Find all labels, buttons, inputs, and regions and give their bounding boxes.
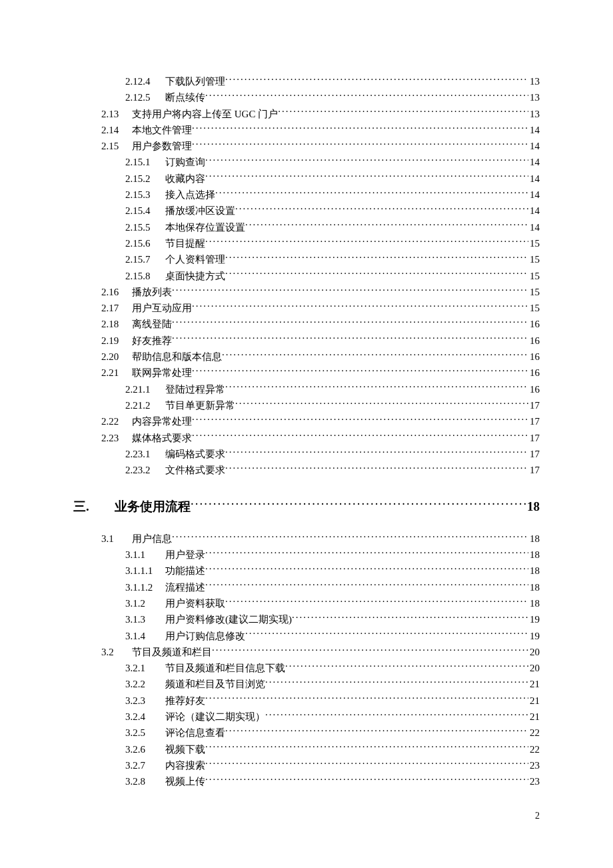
toc-entry[interactable]: 2.16播放列表15 <box>73 284 540 300</box>
toc-entry-title: 功能描述 <box>165 563 205 579</box>
toc-leader-dots <box>235 399 528 409</box>
toc-leader-dots <box>285 661 528 671</box>
toc-entry-number: 2.14 <box>101 122 125 138</box>
toc-entry-page: 16 <box>528 316 540 332</box>
toc-entry-number: 2.15.1 <box>125 154 159 170</box>
toc-entry-page: 14 <box>528 138 540 154</box>
toc-entry[interactable]: 2.21.1登陆过程异常16 <box>73 381 540 397</box>
toc-entry[interactable]: 2.12.4下载队列管理13 <box>73 73 540 89</box>
toc-entry[interactable]: 3.2.6视频下载22 <box>73 741 540 757</box>
toc-entry[interactable]: 3.1.1.2流程描述18 <box>73 579 540 595</box>
toc-entry[interactable]: 2.20帮助信息和版本信息16 <box>73 349 540 365</box>
toc-leader-dots <box>205 743 528 753</box>
toc-entry[interactable]: 2.22内容异常处理17 <box>73 413 540 429</box>
toc-leader-dots <box>212 645 528 655</box>
toc-entry-number: 2.15.6 <box>125 235 159 251</box>
toc-leader-dots <box>172 334 528 344</box>
toc-entry[interactable]: 2.15.8桌面快捷方式15 <box>73 268 540 284</box>
toc-entry-title: 用户互动应用 <box>132 300 192 316</box>
toc-entry-number: 3.1 <box>101 531 125 547</box>
toc-entry-number: 2.15.4 <box>125 203 159 219</box>
toc-entry[interactable]: 3.2节目及频道和栏目20 <box>73 644 540 660</box>
toc-leader-dots <box>192 139 528 149</box>
toc-entry-page: 21 <box>528 709 540 725</box>
toc-entry[interactable]: 2.12.5断点续传13 <box>73 89 540 105</box>
toc-entry-page: 15 <box>528 251 540 267</box>
toc-entry-number: 2.17 <box>101 300 125 316</box>
toc-entry[interactable]: 2.19好友推荐16 <box>73 333 540 349</box>
toc-leader-dots <box>225 447 528 457</box>
toc-leader-dots <box>205 775 528 785</box>
toc-entry-number: 2.21 <box>101 365 125 381</box>
toc-entry-title: 节目单更新异常 <box>165 397 235 413</box>
toc-leader-dots <box>225 383 528 393</box>
toc-entry-number: 2.12.5 <box>125 89 159 105</box>
toc-entry[interactable]: 2.23.1编码格式要求17 <box>73 446 540 462</box>
toc-entry-title: 用户资料获取 <box>165 595 225 611</box>
toc-entry[interactable]: 2.21.2节目单更新异常17 <box>73 397 540 413</box>
toc-entry[interactable]: 3.2.2频道和栏目及节目浏览21 <box>73 676 540 692</box>
toc-entry[interactable]: 3.1.1.1功能描述18 <box>73 563 540 579</box>
toc-entry[interactable]: 2.15.1订购查询14 <box>73 154 540 170</box>
toc-entry-number: 2.18 <box>101 316 125 332</box>
toc-entry-title: 业务使用流程 <box>115 497 191 517</box>
toc-entry[interactable]: 2.15.3接入点选择14 <box>73 187 540 203</box>
toc-entry-title: 收藏内容 <box>165 171 205 187</box>
toc-entry[interactable]: 3.2.5评论信息查看22 <box>73 725 540 741</box>
toc-entry[interactable]: 3.2.3推荐好友21 <box>73 693 540 709</box>
toc-entry[interactable]: 3.1.4用户订购信息修改19 <box>73 628 540 644</box>
toc-entry[interactable]: 2.23媒体格式要求17 <box>73 430 540 446</box>
toc-entry-title: 节目及频道和栏目 <box>132 644 212 660</box>
toc-entry-number: 2.15.7 <box>125 251 159 267</box>
toc-entry[interactable]: 3.1.1用户登录18 <box>73 547 540 563</box>
toc-entry[interactable]: 2.15.4播放缓冲区设置14 <box>73 203 540 219</box>
toc-entry-page: 14 <box>528 122 540 138</box>
toc-leader-dots <box>205 581 528 591</box>
toc-entry[interactable]: 三.业务使用流程18 <box>73 497 540 517</box>
toc-entry-number: 3.1.3 <box>125 611 159 627</box>
toc-entry[interactable]: 2.15.6节目提醒15 <box>73 235 540 251</box>
toc-entry-page: 15 <box>528 284 540 300</box>
toc-entry-number: 2.23.1 <box>125 446 159 462</box>
toc-leader-dots <box>225 269 528 279</box>
toc-entry-number: 3.2.1 <box>125 660 159 676</box>
toc-entry-title: 播放列表 <box>132 284 172 300</box>
toc-leader-dots <box>191 498 526 511</box>
toc-entry[interactable]: 3.2.7内容搜索23 <box>73 757 540 773</box>
toc-entry-title: 推荐好友 <box>165 693 205 709</box>
toc-leader-dots <box>192 301 528 311</box>
toc-entry-page: 18 <box>528 547 540 563</box>
toc-entry-page: 16 <box>528 349 540 365</box>
toc-entry[interactable]: 2.13支持用户将内容上传至 UGC 门户13 <box>73 106 540 122</box>
toc-entry[interactable]: 2.15.7个人资料管理15 <box>73 251 540 267</box>
toc-entry-title: 视频下载 <box>165 741 205 757</box>
toc-entry[interactable]: 2.23.2文件格式要求17 <box>73 462 540 478</box>
toc-entry[interactable]: 3.2.4评论（建议二期实现）21 <box>73 709 540 725</box>
toc-entry-page: 18 <box>528 595 540 611</box>
toc-entry[interactable]: 2.18离线登陆16 <box>73 316 540 332</box>
toc-entry-number: 2.21.1 <box>125 381 159 397</box>
toc-entry-number: 3.2.7 <box>125 757 159 773</box>
toc-entry[interactable]: 2.15用户参数管理14 <box>73 138 540 154</box>
toc-entry-page: 20 <box>528 660 540 676</box>
toc-entry-page: 19 <box>528 628 540 644</box>
toc-entry[interactable]: 3.2.8视频上传23 <box>73 773 540 789</box>
toc-entry-title: 文件格式要求 <box>165 462 225 478</box>
toc-entry-number: 2.22 <box>101 413 125 429</box>
toc-entry-page: 22 <box>528 725 540 741</box>
toc-leader-dots <box>225 463 528 473</box>
toc-entry[interactable]: 2.17用户互动应用15 <box>73 300 540 316</box>
toc-entry[interactable]: 2.21联网异常处理16 <box>73 365 540 381</box>
toc-entry-page: 23 <box>528 773 540 789</box>
toc-entry-number: 3.2.3 <box>125 693 159 709</box>
toc-entry[interactable]: 2.14本地文件管理14 <box>73 122 540 138</box>
toc-entry[interactable]: 2.15.5本地保存位置设置14 <box>73 219 540 235</box>
toc-entry-number: 2.15.3 <box>125 187 159 203</box>
toc-leader-dots <box>278 107 528 117</box>
toc-entry[interactable]: 3.1.2用户资料获取18 <box>73 595 540 611</box>
toc-entry-title: 用户信息 <box>132 531 172 547</box>
toc-entry[interactable]: 3.1用户信息18 <box>73 531 540 547</box>
toc-entry[interactable]: 3.1.3用户资料修改(建议二期实现)19 <box>73 611 540 627</box>
toc-entry[interactable]: 2.15.2收藏内容14 <box>73 171 540 187</box>
toc-entry[interactable]: 3.2.1节目及频道和栏目信息下载20 <box>73 660 540 676</box>
